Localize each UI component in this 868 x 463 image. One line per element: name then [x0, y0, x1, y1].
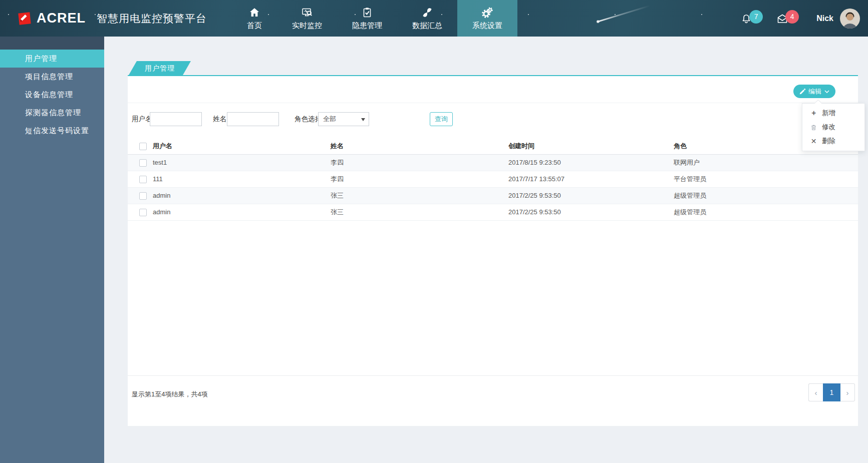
- column-header-name: 姓名: [326, 138, 503, 154]
- cell-name: 张三: [326, 187, 503, 204]
- sidebar-item-device-info[interactable]: 设备信息管理: [0, 86, 104, 104]
- home-icon: [248, 7, 260, 19]
- sidebar-item-detector-info[interactable]: 探测器信息管理: [0, 104, 104, 122]
- cell-role: 联网用户: [669, 154, 858, 171]
- username-filter-label: 用户名: [132, 112, 152, 126]
- users-table: 用户名 姓名 创建时间 角色 test1 李四 2017/8/15 9:23:5…: [128, 138, 858, 221]
- nav-label: 首页: [247, 21, 262, 31]
- fan-icon: [421, 7, 433, 19]
- app-title: 智慧用电监控预警平台: [97, 12, 207, 26]
- nav-item-hazard-management[interactable]: 隐患管理: [337, 0, 397, 37]
- name-filter-label: 姓名: [213, 112, 226, 126]
- sidebar-item-user-management[interactable]: 用户管理: [0, 50, 104, 68]
- select-caret-icon: [361, 118, 365, 123]
- sidebar: 用户管理 项目信息管理 设备信息管理 探测器信息管理 短信发送号码设置: [0, 37, 104, 463]
- menu-item-label: 修改: [822, 123, 835, 132]
- role-select[interactable]: 全部: [318, 112, 369, 126]
- cell-role: 平台管理员: [669, 171, 858, 187]
- column-header-created: 创建时间: [503, 138, 669, 154]
- cell-created: 2017/7/17 13:55:07: [503, 171, 669, 187]
- edit-button-label: 编辑: [808, 87, 821, 96]
- pagination-next-button[interactable]: ›: [840, 383, 855, 401]
- pagination-prev-button[interactable]: ‹: [808, 383, 823, 401]
- menu-item-add[interactable]: ＋ 新增: [802, 106, 864, 120]
- role-filter-label: 角色选择: [295, 112, 322, 126]
- nav-item-system-settings[interactable]: 系统设置: [457, 0, 517, 37]
- sidebar-menu: 用户管理 项目信息管理 设备信息管理 探测器信息管理 短信发送号码设置: [0, 50, 104, 140]
- cell-name: 李四: [326, 154, 503, 171]
- table-row: admin 张三 2017/2/25 9:53:50 超级管理员: [128, 187, 858, 204]
- cell-role: 超级管理员: [669, 204, 858, 220]
- close-icon: ✕: [810, 137, 817, 145]
- comet-decoration: [597, 5, 650, 23]
- tab-user-management[interactable]: 用户管理: [129, 61, 191, 75]
- main-nav: 首页 实时监控 隐患管理: [232, 0, 517, 37]
- clipboard-check-icon: [361, 7, 373, 19]
- notification-count-badge: 7: [749, 10, 763, 24]
- cell-role: 超级管理员: [669, 187, 858, 204]
- column-header-username: 用户名: [148, 138, 326, 154]
- sidebar-item-sms-number[interactable]: 短信发送号码设置: [0, 122, 104, 140]
- menu-item-label: 新增: [822, 109, 835, 118]
- row-checkbox[interactable]: [139, 176, 147, 183]
- top-navbar: ACREL 智慧用电监控预警平台 首页 实时监控: [0, 0, 868, 37]
- menu-item-label: 删除: [822, 137, 835, 146]
- toolbar-divider: [128, 103, 858, 103]
- nav-label: 隐患管理: [352, 21, 382, 31]
- cell-name: 李四: [326, 171, 503, 187]
- row-checkbox[interactable]: [139, 209, 147, 216]
- cell-name: 张三: [326, 204, 503, 220]
- content-panel: 编辑 用户名 姓名 角色选择 全部 查询 用户名 姓名 创建时间 角色: [128, 76, 858, 426]
- nav-item-realtime-monitor[interactable]: 实时监控: [277, 0, 337, 37]
- message-count-badge: 4: [785, 10, 799, 24]
- menu-item-modify[interactable]: 修改: [802, 120, 864, 134]
- table-row: 111 李四 2017/7/17 13:55:07 平台管理员: [128, 171, 858, 187]
- role-select-value: 全部: [323, 115, 336, 123]
- nav-label: 系统设置: [472, 21, 502, 31]
- select-all-checkbox[interactable]: [139, 143, 147, 150]
- user-name: Nick: [816, 14, 833, 23]
- menu-item-delete[interactable]: ✕ 删除: [802, 134, 864, 148]
- sidebar-top-band: [0, 37, 104, 50]
- pagination-page-1-button[interactable]: 1: [823, 383, 840, 401]
- username-filter-input[interactable]: [150, 112, 202, 126]
- table-row: test1 李四 2017/8/15 9:23:50 联网用户: [128, 154, 858, 171]
- cell-username: admin: [148, 204, 326, 220]
- notifications-bell[interactable]: 7: [740, 9, 766, 29]
- row-checkbox[interactable]: [139, 192, 147, 200]
- search-button[interactable]: 查询: [430, 112, 453, 126]
- pagination: ‹ 1 ›: [808, 383, 855, 401]
- cell-username: 111: [148, 171, 326, 187]
- nav-label: 实时监控: [292, 21, 322, 31]
- table-header-row: 用户名 姓名 创建时间 角色: [128, 138, 858, 154]
- acrel-logo-icon: [17, 11, 32, 26]
- nav-item-home[interactable]: 首页: [232, 0, 277, 37]
- cell-username: test1: [148, 154, 326, 171]
- name-filter-input[interactable]: [227, 112, 279, 126]
- nav-item-data-summary[interactable]: 数据汇总: [397, 0, 457, 37]
- table-row: admin 张三 2017/2/25 9:53:50 超级管理员: [128, 204, 858, 220]
- monitor-search-icon: [301, 7, 313, 19]
- trash-icon: [810, 124, 817, 131]
- sidebar-item-project-info[interactable]: 项目信息管理: [0, 68, 104, 86]
- user-avatar[interactable]: [840, 9, 860, 29]
- plus-icon: ＋: [810, 109, 817, 118]
- edit-button[interactable]: 编辑: [793, 85, 835, 98]
- pencil-icon: [799, 89, 805, 95]
- nav-label: 数据汇总: [412, 21, 442, 31]
- cell-created: 2017/8/15 9:23:50: [503, 154, 669, 171]
- header-right: 7 4 Nick: [740, 0, 860, 37]
- messages-mail[interactable]: 4: [776, 9, 802, 29]
- avatar-image: [840, 9, 860, 29]
- chevron-down-icon: [824, 90, 829, 93]
- cell-username: admin: [148, 187, 326, 204]
- row-checkbox[interactable]: [139, 159, 147, 167]
- results-summary: 显示第1至4项结果，共4项: [132, 390, 208, 399]
- cell-created: 2017/2/25 9:53:50: [503, 187, 669, 204]
- footer-divider: [128, 375, 858, 376]
- brand: ACREL 智慧用电监控预警平台: [17, 0, 207, 37]
- logo-text: ACREL: [37, 11, 86, 26]
- edit-dropdown-menu: ＋ 新增 修改 ✕ 删除: [802, 103, 865, 151]
- gears-icon: [481, 7, 493, 19]
- filter-bar: 用户名 姓名 角色选择 全部 查询: [128, 112, 858, 127]
